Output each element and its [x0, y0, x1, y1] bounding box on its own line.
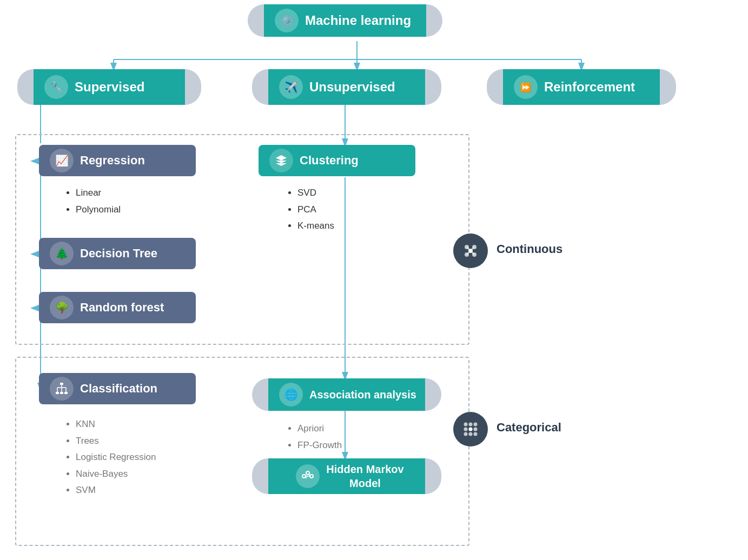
regression-label: Regression	[80, 154, 145, 168]
supervised-node: 🔧 Supervised	[17, 69, 201, 105]
svg-rect-28	[64, 392, 68, 394]
svg-point-39	[474, 428, 478, 431]
regression-bullets: Linear Polynomial	[65, 185, 121, 218]
tree-icon: 🌲	[50, 242, 74, 265]
hidden-markov-label: Hidden MarkovModel	[326, 462, 403, 490]
svg-point-35	[469, 423, 473, 426]
machine-learning-label: Machine learning	[305, 13, 411, 28]
assoc-item-2: FP-Growth	[297, 437, 342, 454]
hierarchy-icon	[50, 377, 74, 401]
svg-point-36	[474, 423, 478, 426]
unsupervised-label: Unsupervised	[309, 79, 395, 95]
classification-label: Classification	[80, 382, 157, 396]
class-item-1: KNN	[76, 416, 156, 433]
forward-icon: ⏩	[514, 75, 538, 99]
clustering-label: Clustering	[300, 154, 359, 168]
class-item-2: Trees	[76, 433, 156, 450]
supervised-label: Supervised	[75, 79, 144, 95]
continuous-label: Continuous	[497, 242, 562, 256]
chart-icon: 📈	[50, 149, 74, 172]
classification-node: Classification	[39, 373, 196, 404]
reinforcement-node: ⏩ Reinforcement	[487, 69, 676, 105]
class-item-5: SVM	[76, 482, 156, 499]
svg-rect-26	[56, 392, 59, 394]
wrench-icon: 🔧	[44, 75, 68, 99]
classification-bullets: KNN Trees Logistic Regression Naive-Baye…	[65, 416, 156, 499]
svg-point-34	[464, 423, 468, 426]
svg-line-48	[306, 477, 307, 478]
clustering-node: Clustering	[259, 145, 415, 176]
clustering-bullets: SVD PCA K-means	[287, 185, 334, 235]
markov-icon	[296, 464, 320, 488]
class-item-4: Naive-Bayes	[76, 466, 156, 483]
forest-icon: 🌳	[50, 296, 74, 319]
unsupervised-node: ✈️ Unsupervised	[252, 69, 441, 105]
clustering-item-1: SVD	[297, 185, 334, 202]
plane-icon: ✈️	[279, 75, 303, 99]
categorical-label: Categorical	[497, 421, 561, 435]
association-label: Association analysis	[309, 389, 416, 401]
decision-tree-node: 🌲 Decision Tree	[39, 238, 196, 269]
regression-node: 📈 Regression	[39, 145, 196, 176]
svg-point-44	[310, 475, 313, 478]
svg-point-43	[302, 475, 306, 478]
svg-rect-27	[60, 392, 63, 394]
svg-point-37	[464, 428, 468, 431]
class-item-3: Logistic Regression	[76, 449, 156, 466]
reinforcement-label: Reinforcement	[544, 79, 635, 95]
svg-point-38	[469, 428, 473, 431]
categorical-icon	[453, 412, 488, 446]
decision-tree-label: Decision Tree	[80, 246, 157, 261]
hidden-markov-node: Hidden MarkovModel	[252, 458, 441, 494]
continuous-icon	[453, 234, 488, 268]
regression-item-1: Linear	[76, 185, 121, 202]
regression-item-2: Polynomial	[76, 202, 121, 218]
association-analysis-node: 🌐 Association analysis	[252, 378, 441, 411]
svg-point-41	[469, 432, 473, 436]
globe-icon: 🌐	[279, 383, 303, 406]
clustering-item-3: K-means	[297, 218, 334, 235]
random-forest-node: 🌳 Random forest	[39, 292, 196, 323]
svg-rect-25	[60, 383, 63, 385]
diagram: ⚙️ Machine learning 🔧 Supervised ✈️ Unsu…	[0, 0, 748, 560]
machine-learning-node: ⚙️ Machine learning	[248, 4, 442, 37]
clustering-item-2: PCA	[297, 202, 334, 218]
layers-icon	[269, 149, 293, 172]
random-forest-label: Random forest	[80, 301, 164, 315]
svg-point-40	[464, 432, 468, 436]
association-bullets: Apriori FP-Growth	[287, 421, 342, 454]
assoc-item-1: Apriori	[297, 421, 342, 437]
gear-icon: ⚙️	[275, 9, 299, 32]
svg-point-42	[474, 432, 478, 436]
